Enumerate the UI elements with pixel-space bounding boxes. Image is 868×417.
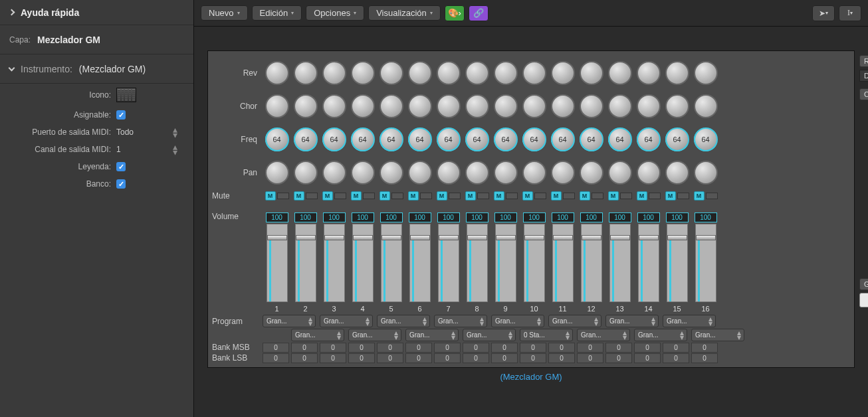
program-select[interactable]: Gran...▴▾ — [491, 315, 544, 327]
mute-button[interactable]: M — [494, 191, 504, 201]
rev-knob[interactable] — [294, 61, 318, 85]
mute-button[interactable]: M — [437, 191, 447, 201]
quick-help-header[interactable]: Ayuda rápida — [0, 0, 193, 25]
freq-knob[interactable]: 64 — [637, 127, 661, 151]
rev-knob[interactable] — [322, 61, 346, 85]
freq-knob[interactable]: 64 — [580, 127, 603, 151]
pan-knob[interactable] — [465, 161, 489, 185]
instrument-row[interactable]: Instrumento: (Mezclador GM) — [0, 54, 193, 84]
link-button[interactable]: 🔗 — [469, 5, 488, 21]
volume-fader[interactable] — [409, 224, 431, 302]
mute-button[interactable]: M — [294, 191, 304, 201]
mute-button[interactable]: M — [665, 191, 676, 201]
chor-knob[interactable] — [522, 94, 546, 118]
volume-value[interactable]: 100 — [323, 212, 346, 222]
menu-opciones[interactable]: Opciones▾ — [306, 5, 364, 21]
volume-fader[interactable] — [352, 224, 374, 302]
asignable-checkbox[interactable] — [116, 110, 126, 120]
volume-value[interactable]: 100 — [409, 212, 431, 222]
bank-msb-value[interactable]: 0 — [520, 343, 546, 353]
bank-lsb-value[interactable]: 0 — [605, 353, 632, 363]
pointer-tool[interactable]: ➤▾ — [812, 5, 835, 21]
volume-fader[interactable] — [695, 224, 716, 302]
bank-lsb-value[interactable]: 0 — [548, 353, 575, 363]
bank-lsb-value[interactable]: 0 — [434, 353, 461, 363]
bank-lsb-value[interactable]: 0 — [320, 353, 346, 363]
bank-lsb-value[interactable]: 0 — [663, 353, 689, 363]
program-select[interactable]: Gran...▴▾ — [348, 329, 401, 341]
menu-nuevo[interactable]: Nuevo▾ — [201, 5, 248, 21]
pan-knob[interactable] — [608, 161, 632, 185]
program-select[interactable]: Gran...▴▾ — [548, 315, 601, 327]
pan-knob[interactable] — [551, 161, 575, 185]
room-select[interactable]: Room 1▴▾ — [859, 55, 868, 67]
volume-fader[interactable] — [638, 224, 659, 302]
rev-knob[interactable] — [351, 61, 375, 85]
volume-fader[interactable] — [524, 224, 545, 302]
rev-knob[interactable] — [608, 61, 632, 85]
freq-knob[interactable]: 64 — [380, 127, 403, 151]
bank-msb-value[interactable]: 0 — [491, 343, 518, 353]
volume-value[interactable]: 100 — [294, 212, 317, 222]
volume-fader[interactable] — [381, 224, 402, 302]
freq-knob[interactable]: 64 — [437, 127, 461, 151]
chor-knob[interactable] — [437, 94, 461, 118]
mute-button[interactable]: M — [322, 191, 333, 201]
volume-fader[interactable] — [552, 224, 574, 302]
bank-msb-value[interactable]: 0 — [605, 343, 632, 353]
volume-fader[interactable] — [295, 224, 316, 302]
pan-knob[interactable] — [637, 161, 661, 185]
pan-knob[interactable] — [494, 161, 518, 185]
bank-lsb-value[interactable]: 0 — [577, 353, 603, 363]
volume-value[interactable]: 100 — [266, 212, 288, 222]
pan-knob[interactable] — [408, 161, 432, 185]
mute-button[interactable]: M — [408, 191, 419, 201]
rev-knob[interactable] — [465, 61, 489, 85]
chor-knob[interactable] — [580, 94, 603, 118]
volume-value[interactable]: 100 — [494, 212, 517, 222]
volume-value[interactable]: 100 — [352, 212, 374, 222]
pan-knob[interactable] — [380, 161, 403, 185]
bank-msb-value[interactable]: 0 — [634, 343, 661, 353]
bank-msb-value[interactable]: 0 — [320, 343, 346, 353]
chor-knob[interactable] — [465, 94, 489, 118]
pan-knob[interactable] — [665, 161, 689, 185]
pan-knob[interactable] — [351, 161, 375, 185]
volume-fader[interactable] — [467, 224, 488, 302]
mixer-icon[interactable] — [116, 88, 136, 102]
bank-lsb-value[interactable]: 0 — [291, 353, 318, 363]
mute-button[interactable]: M — [608, 191, 619, 201]
bank-msb-value[interactable]: 0 — [663, 343, 689, 353]
program-select[interactable]: Gran...▴▾ — [405, 329, 459, 341]
rev-knob[interactable] — [265, 61, 289, 85]
rev-knob[interactable] — [494, 61, 518, 85]
bank-msb-value[interactable]: 0 — [291, 343, 318, 353]
rev-knob[interactable] — [380, 61, 403, 85]
freq-knob[interactable]: 64 — [608, 127, 632, 151]
chor-knob[interactable] — [351, 94, 375, 118]
pan-knob[interactable] — [580, 161, 603, 185]
bank-lsb-value[interactable]: 0 — [691, 353, 718, 363]
bank-lsb-value[interactable]: 0 — [520, 353, 546, 363]
mute-button[interactable]: M — [380, 191, 390, 201]
chor-knob[interactable] — [551, 94, 575, 118]
volume-fader[interactable] — [581, 224, 602, 302]
freq-knob[interactable]: 64 — [494, 127, 518, 151]
puerto-select[interactable]: Todo▴▾ — [116, 127, 177, 137]
bank-msb-value[interactable]: 0 — [577, 343, 603, 353]
mute-button[interactable]: M — [551, 191, 562, 201]
volume-value[interactable]: 100 — [695, 212, 717, 222]
freq-knob[interactable]: 64 — [551, 127, 575, 151]
menu-edicion[interactable]: Edición▾ — [252, 5, 302, 21]
volume-value[interactable]: 100 — [609, 212, 631, 222]
chor-knob[interactable] — [380, 94, 403, 118]
chor-knob[interactable] — [408, 94, 432, 118]
chor-knob[interactable] — [265, 94, 289, 118]
bank-msb-value[interactable]: 0 — [405, 343, 432, 353]
volume-fader[interactable] — [438, 224, 459, 302]
reset-button[interactable]: Reiniciar — [859, 293, 868, 307]
rev-knob[interactable] — [437, 61, 461, 85]
freq-knob[interactable]: 64 — [351, 127, 375, 151]
volume-fader[interactable] — [267, 224, 288, 302]
rev-knob[interactable] — [637, 61, 661, 85]
